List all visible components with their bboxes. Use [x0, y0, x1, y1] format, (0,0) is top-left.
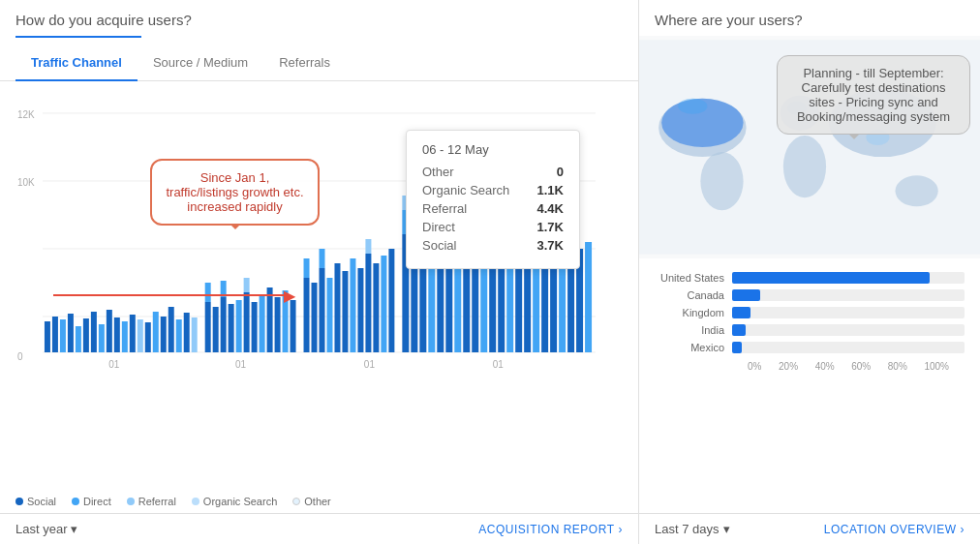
svg-rect-54: [365, 239, 371, 254]
bar-fill-canada: [732, 289, 760, 301]
svg-rect-35: [244, 292, 250, 352]
svg-rect-50: [342, 271, 348, 352]
bar-fill-us: [732, 272, 930, 284]
bar-bg-canada: [732, 289, 965, 301]
svg-rect-17: [114, 317, 120, 352]
svg-rect-16: [107, 310, 112, 352]
left-footer: Last year ▾ ACQUISITION REPORT ›: [0, 513, 638, 544]
svg-rect-53: [365, 254, 371, 352]
svg-rect-39: [267, 287, 273, 352]
x-label-20: 20%: [779, 361, 798, 372]
svg-rect-44: [304, 258, 310, 278]
bar-label-mexico: Mexico: [655, 342, 732, 353]
chevron-down-icon: ▾: [71, 522, 77, 536]
svg-rect-18: [122, 321, 128, 352]
right-period-selector[interactable]: Last 7 days ▾: [655, 522, 730, 536]
svg-rect-86: [585, 242, 592, 352]
bar-row-india: India: [655, 324, 965, 336]
bar-label-canada: Canada: [655, 289, 732, 301]
svg-rect-56: [381, 256, 386, 352]
tooltip-date: 06 - 12 May: [422, 142, 564, 157]
svg-rect-51: [350, 258, 355, 352]
bar-bg-india: [732, 324, 965, 336]
svg-rect-19: [130, 315, 136, 352]
bar-label-india: India: [655, 324, 732, 336]
svg-rect-46: [320, 268, 325, 352]
bar-bg-mexico: [732, 342, 965, 353]
tab-bar: Traffic Channel Source / Medium Referral…: [0, 45, 638, 81]
svg-rect-8: [45, 321, 50, 352]
svg-rect-28: [205, 302, 211, 352]
tooltip-row-organic: Organic Search 1.1K: [422, 183, 564, 197]
tooltip-label-organic: Organic Search: [422, 183, 509, 197]
chart-tooltip: 06 - 12 May Other 0 Organic Search 1.1K …: [406, 130, 580, 269]
tab-source-medium[interactable]: Source / Medium: [138, 45, 263, 81]
legend-label-direct: Direct: [83, 496, 111, 507]
left-title: How do you acquire users?: [0, 12, 638, 36]
svg-rect-27: [192, 317, 198, 352]
location-overview-link[interactable]: LOCATION OVERVIEW ›: [824, 523, 965, 536]
tooltip-value-direct: 1.7K: [537, 220, 564, 234]
bar-fill-mexico: [732, 342, 742, 353]
bar-bg-us: [732, 272, 965, 284]
svg-point-99: [783, 136, 826, 197]
annotation-bubble-left: Since Jan 1, traffic/listings growth etc…: [150, 159, 320, 226]
legend-dot-other: [292, 498, 300, 505]
tab-referrals[interactable]: Referrals: [263, 45, 346, 81]
svg-rect-31: [221, 297, 227, 352]
x-label-0: 0%: [748, 361, 761, 372]
svg-text:12K: 12K: [17, 109, 35, 120]
legend-label-other: Other: [304, 496, 331, 507]
svg-rect-40: [275, 297, 281, 352]
svg-text:01: 01: [493, 359, 505, 370]
bar-row-mexico: Mexico: [655, 342, 965, 353]
bar-bg-kingdom: [732, 307, 965, 318]
svg-text:01: 01: [235, 359, 247, 370]
bar-fill-india: [732, 324, 746, 336]
svg-rect-15: [99, 324, 105, 352]
svg-text:01: 01: [364, 359, 376, 370]
svg-rect-25: [176, 319, 182, 352]
svg-point-97: [700, 152, 743, 210]
tooltip-row-other: Other 0: [422, 165, 564, 179]
tooltip-row-direct: Direct 1.7K: [422, 220, 564, 234]
legend-label-referral: Referral: [138, 496, 176, 507]
bar-row-us: United States: [655, 272, 965, 284]
svg-rect-55: [373, 263, 379, 352]
bar-x-axis: 0% 20% 40% 60% 80% 100%: [655, 359, 965, 374]
x-label-100: 100%: [924, 361, 949, 372]
world-map-area: Planning - till September: Carefully tes…: [639, 36, 980, 258]
legend-dot-social: [15, 498, 23, 505]
arrow-line: [53, 294, 286, 296]
chart-area: Since Jan 1, traffic/listings growth etc…: [0, 81, 638, 490]
svg-rect-49: [334, 263, 340, 352]
bar-label-kingdom: Kingdom: [655, 307, 732, 318]
svg-rect-38: [260, 294, 265, 352]
right-period-label: Last 7 days: [655, 522, 720, 536]
tooltip-label-other: Other: [422, 165, 454, 179]
left-panel: How do you acquire users? Traffic Channe…: [0, 0, 639, 544]
x-label-60: 60%: [851, 361, 871, 372]
tooltip-label-referral: Referral: [422, 201, 467, 216]
svg-rect-10: [60, 319, 66, 352]
svg-rect-30: [213, 307, 219, 352]
chevron-right-icon: ›: [619, 523, 624, 536]
chart-legend: Social Direct Referral Organic Search Ot…: [0, 490, 638, 513]
acquisition-report-link[interactable]: ACQUISITION REPORT ›: [478, 523, 623, 536]
svg-rect-57: [388, 249, 394, 352]
chevron-right-icon-right: ›: [961, 523, 965, 536]
svg-text:10K: 10K: [17, 177, 35, 188]
svg-text:0: 0: [17, 351, 23, 362]
location-overview-label: LOCATION OVERVIEW: [824, 523, 957, 536]
svg-rect-13: [83, 318, 89, 352]
footer-period-selector[interactable]: Last year ▾: [15, 522, 77, 536]
tooltip-label-social: Social: [422, 238, 456, 253]
svg-text:01: 01: [108, 359, 120, 370]
annotation-bubble-right: Planning - till September: Carefully tes…: [777, 55, 970, 135]
svg-rect-14: [91, 312, 97, 352]
acquisition-report-label: ACQUISITION REPORT: [478, 523, 614, 536]
legend-dot-direct: [72, 498, 79, 505]
svg-rect-22: [153, 312, 159, 352]
svg-rect-42: [291, 300, 296, 352]
tab-traffic-channel[interactable]: Traffic Channel: [15, 45, 138, 81]
